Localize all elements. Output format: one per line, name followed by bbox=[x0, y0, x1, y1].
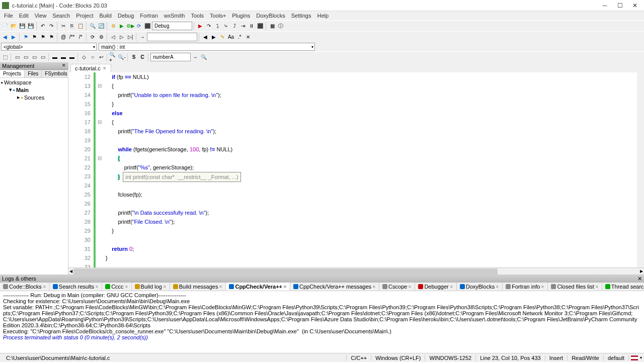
hl-next-icon[interactable]: ▶ bbox=[210, 33, 218, 41]
menu-project[interactable]: Project bbox=[73, 12, 96, 20]
log-tab-close-icon[interactable]: ✕ bbox=[43, 285, 46, 289]
menu-file[interactable]: File bbox=[1, 12, 16, 20]
sidebar-tab-projects[interactable]: Projects bbox=[0, 70, 25, 77]
build-run-icon[interactable]: ⚙▶ bbox=[126, 22, 134, 30]
doxygen-icon[interactable]: @ bbox=[59, 33, 67, 41]
project-tree[interactable]: ▪ Workspace ▾ ▪ Main ▸ ▪ Sources bbox=[0, 78, 68, 275]
jump-back-icon[interactable]: ◀ bbox=[1, 33, 9, 41]
log-tab-0[interactable]: Code::Blocks✕ bbox=[0, 283, 50, 291]
zoom-out-icon[interactable]: 🔍- bbox=[118, 53, 126, 61]
zoom-in-icon[interactable]: 🔍+ bbox=[109, 53, 117, 61]
bookmark-clear-icon[interactable]: ⚑ bbox=[47, 33, 55, 41]
rebuild-icon[interactable]: ⟳ bbox=[135, 22, 143, 30]
expand-icon[interactable]: ▸ bbox=[17, 94, 20, 101]
settings-icon[interactable]: ⚙ bbox=[97, 33, 105, 41]
tree-project[interactable]: ▾ ▪ Main bbox=[1, 86, 67, 94]
menu-edit[interactable]: Edit bbox=[16, 12, 32, 20]
editor-tab[interactable]: c-tutorial.c ✕ bbox=[70, 64, 111, 72]
debug-continue-icon[interactable]: ↷ bbox=[205, 22, 213, 30]
stop-icon[interactable]: ⬛ bbox=[143, 22, 151, 30]
ret-icon[interactable]: ↩ bbox=[97, 53, 105, 61]
build-target-combo[interactable]: Debug bbox=[152, 22, 192, 30]
menu-wxsmith[interactable]: wxSmith bbox=[161, 12, 188, 20]
debug-windows-icon[interactable]: ▦ bbox=[268, 22, 276, 30]
flag-icon[interactable] bbox=[631, 355, 638, 360]
bookmark-next-icon[interactable]: ⚑ bbox=[39, 33, 47, 41]
menu-search[interactable]: Search bbox=[49, 12, 73, 20]
log-tab-close-icon[interactable]: ✕ bbox=[595, 285, 599, 289]
goto-impl-icon[interactable]: 🔍 bbox=[200, 53, 208, 61]
log-tab-close-icon[interactable]: ✕ bbox=[283, 285, 287, 289]
menu-view[interactable]: View bbox=[32, 12, 50, 20]
match-case-icon[interactable]: Aa bbox=[227, 33, 235, 41]
loop-icon[interactable]: ○ bbox=[89, 53, 97, 61]
menu-doxyblocks[interactable]: DoxyBlocks bbox=[253, 12, 288, 20]
cut-icon[interactable]: ✂ bbox=[59, 22, 67, 30]
prev-icon[interactable]: ◁ bbox=[109, 33, 117, 41]
step-out-icon[interactable]: ⤴ bbox=[230, 22, 238, 30]
cpp-icon[interactable]: C bbox=[138, 53, 146, 61]
debug-run-icon[interactable]: ▶ bbox=[196, 22, 204, 30]
goto-icon[interactable]: → bbox=[138, 33, 146, 41]
comment2-icon[interactable]: /* bbox=[76, 33, 85, 41]
log-tab-close-icon[interactable]: ✕ bbox=[125, 285, 128, 289]
next-instr-icon[interactable]: ⇥ bbox=[239, 22, 247, 30]
log-tab-close-icon[interactable]: ✕ bbox=[219, 285, 222, 289]
sidebar-tab-files[interactable]: Files bbox=[25, 70, 42, 77]
source-icon[interactable]: S bbox=[130, 53, 138, 61]
goto-decl-icon[interactable]: → bbox=[191, 53, 199, 61]
log-tab-close-icon[interactable]: ✕ bbox=[95, 285, 99, 289]
menu-fortran[interactable]: Fortran bbox=[137, 12, 160, 20]
save-all-icon[interactable]: 💾 bbox=[27, 22, 35, 30]
cond-icon[interactable]: ◇ bbox=[80, 53, 88, 61]
log-tab-6[interactable]: CppCheck/Vera++ messages✕ bbox=[290, 283, 379, 291]
log-tab-3[interactable]: Build log✕ bbox=[132, 283, 170, 291]
log-content[interactable]: -------------- Run: Debug in Main (compi… bbox=[0, 291, 644, 353]
log-tab-12[interactable]: Thread search✕ bbox=[602, 283, 644, 291]
vertical-scrollbar[interactable] bbox=[637, 72, 644, 267]
log-tab-2[interactable]: Cccc✕ bbox=[102, 283, 131, 291]
scope-left-combo[interactable]: <global> bbox=[1, 43, 97, 51]
expand-icon[interactable]: ▾ bbox=[9, 86, 12, 93]
maximize-button[interactable]: ☐ bbox=[613, 1, 627, 10]
select-icon[interactable]: ⬚ bbox=[1, 53, 9, 61]
menu-build[interactable]: Build bbox=[96, 12, 114, 20]
bookmark-prev-icon[interactable]: ⚑ bbox=[30, 33, 38, 41]
log-tab-close-icon[interactable]: ✕ bbox=[450, 285, 453, 289]
sidebar-tab-fsymbols[interactable]: FSymbols bbox=[42, 70, 70, 77]
symbol-combo[interactable]: numberA bbox=[150, 53, 191, 61]
bookmark-icon[interactable]: ⚑ bbox=[22, 33, 30, 41]
tree-workspace[interactable]: ▪ Workspace bbox=[1, 79, 67, 86]
comment-icon[interactable]: /** bbox=[68, 33, 76, 41]
menu-tools+[interactable]: Tools+ bbox=[207, 12, 229, 20]
regex-icon[interactable]: .* bbox=[235, 33, 244, 41]
paste-icon[interactable]: 📋 bbox=[76, 22, 85, 30]
log-tab-close-icon[interactable]: ✕ bbox=[496, 285, 499, 289]
menu-help[interactable]: Help bbox=[314, 12, 332, 20]
step-into-icon[interactable]: ⤷ bbox=[222, 22, 230, 30]
block3-icon[interactable]: ▬ bbox=[68, 53, 76, 61]
block2-icon[interactable]: ▬ bbox=[59, 53, 67, 61]
save-icon[interactable]: 💾 bbox=[18, 22, 26, 30]
log-tab-1[interactable]: Search results✕ bbox=[50, 283, 102, 291]
run-icon[interactable]: ▶ bbox=[118, 22, 126, 30]
sidebar-close-icon[interactable]: ✕ bbox=[62, 63, 66, 69]
log-tab-close-icon[interactable]: ✕ bbox=[541, 285, 544, 289]
logs-close-icon[interactable]: ✕ bbox=[637, 276, 642, 282]
menu-debug[interactable]: Debug bbox=[115, 12, 137, 20]
refresh-icon[interactable]: ⟳ bbox=[89, 33, 97, 41]
menu-settings[interactable]: Settings bbox=[288, 12, 314, 20]
toggle4-icon[interactable]: ▭ bbox=[39, 53, 47, 61]
break-icon[interactable]: ⏸ bbox=[248, 22, 256, 30]
toggle3-icon[interactable]: ▭ bbox=[30, 53, 38, 61]
jump-fwd-icon[interactable]: ▶ bbox=[10, 33, 18, 41]
redo-icon[interactable]: ↷ bbox=[47, 22, 55, 30]
toggle-icon[interactable]: ▭ bbox=[13, 53, 21, 61]
log-tab-11[interactable]: Closed files list✕ bbox=[548, 283, 602, 291]
log-tab-close-icon[interactable]: ✕ bbox=[408, 285, 412, 289]
open-file-icon[interactable]: 📂 bbox=[10, 22, 18, 30]
log-tab-4[interactable]: Build messages✕ bbox=[170, 283, 226, 291]
next-icon[interactable]: ▷ bbox=[118, 33, 126, 41]
log-tab-close-icon[interactable]: ✕ bbox=[163, 285, 167, 289]
replace-icon[interactable]: 🔄 bbox=[97, 22, 105, 30]
